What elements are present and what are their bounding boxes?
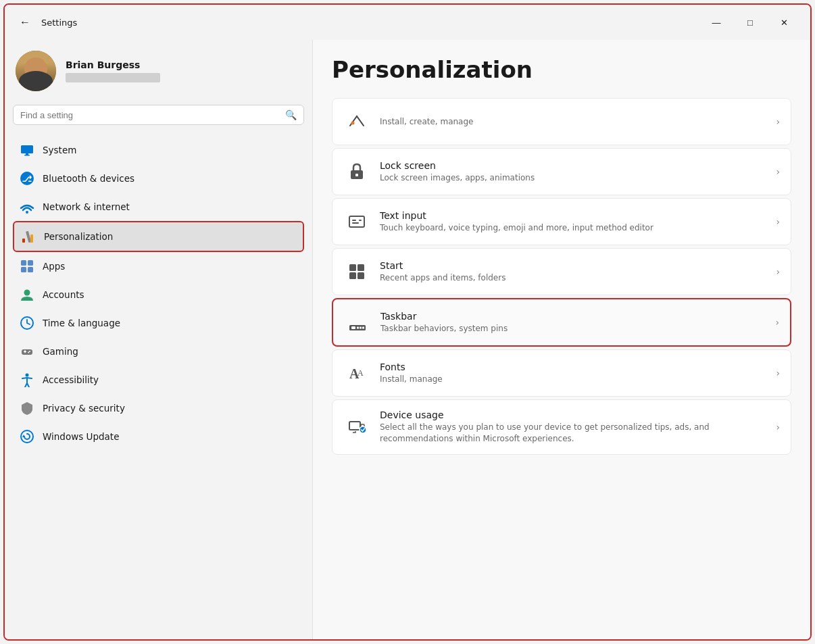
setting-desc-fonts: Install, manage — [380, 374, 776, 385]
setting-item-install[interactable]: Install, create, manage › — [332, 98, 791, 145]
setting-title-lockscreen: Lock screen — [380, 160, 776, 171]
fonts-icon: A A — [343, 360, 370, 387]
svg-rect-35 — [351, 326, 355, 329]
window-controls: — □ ✕ — [701, 11, 799, 33]
svg-rect-29 — [359, 220, 362, 221]
svg-point-13 — [24, 290, 30, 296]
svg-rect-26 — [349, 216, 364, 227]
sidebar-item-accessibility[interactable]: Accessibility — [13, 366, 304, 394]
avatar — [16, 51, 56, 91]
svg-rect-12 — [28, 267, 33, 272]
setting-item-lockscreen[interactable]: Lock screen Lock screen images, apps, an… — [332, 148, 791, 195]
sidebar-item-apps-label: Apps — [43, 261, 65, 272]
svg-point-18 — [29, 351, 30, 352]
search-box[interactable]: 🔍 — [13, 105, 304, 125]
apps-icon — [20, 259, 34, 274]
install-icon — [343, 108, 370, 135]
sidebar-item-system[interactable]: System — [13, 136, 304, 164]
svg-rect-38 — [362, 327, 364, 329]
sidebar-item-accounts-label: Accounts — [43, 289, 84, 300]
maximize-button[interactable]: □ — [735, 11, 766, 33]
setting-title-start: Start — [380, 260, 776, 271]
sidebar-item-gaming[interactable]: Gaming — [13, 337, 304, 366]
setting-desc-deviceusage: Select all the ways you plan to use your… — [380, 422, 776, 445]
svg-point-19 — [28, 352, 29, 353]
user-section[interactable]: Brian Burgess — [10, 40, 307, 105]
setting-text-fonts: Fonts Install, manage — [380, 362, 776, 385]
setting-desc-taskbar: Taskbar behaviors, system pins — [380, 323, 775, 335]
network-icon — [20, 199, 34, 214]
sidebar-item-time-label: Time & language — [43, 318, 120, 328]
search-icon: 🔍 — [285, 109, 297, 120]
svg-rect-37 — [360, 327, 362, 329]
setting-text-deviceusage: Device usage Select all the ways you pla… — [380, 410, 776, 445]
setting-text-textinput: Text input Touch keyboard, voice typing,… — [380, 210, 776, 234]
title-bar-left: ← Settings — [16, 13, 77, 32]
setting-arrow-taskbar: › — [775, 317, 779, 328]
settings-list: Install, create, manage › Lock scre — [332, 98, 791, 455]
minimize-button[interactable]: — — [701, 11, 732, 33]
bluetooth-icon: ⎇ — [20, 171, 34, 186]
setting-item-textinput[interactable]: Text input Touch keyboard, voice typing,… — [332, 198, 791, 245]
svg-rect-17 — [24, 350, 26, 353]
svg-point-20 — [26, 374, 29, 377]
sidebar-item-time[interactable]: Time & language — [13, 309, 304, 337]
sidebar-item-privacy[interactable]: Privacy & security — [13, 394, 304, 422]
svg-rect-27 — [352, 220, 356, 221]
sidebar-item-bluetooth[interactable]: ⎇ Bluetooth & devices — [13, 164, 304, 193]
setting-item-deviceusage[interactable]: Device usage Select all the ways you pla… — [332, 399, 791, 455]
sidebar-item-apps[interactable]: Apps — [13, 252, 304, 280]
sidebar-item-network-label: Network & internet — [43, 201, 130, 212]
setting-item-taskbar[interactable]: Taskbar Taskbar behaviors, system pins › — [332, 298, 791, 347]
setting-desc-lockscreen: Lock screen images, apps, animations — [380, 172, 776, 184]
search-input[interactable] — [20, 110, 280, 120]
setting-title-deviceusage: Device usage — [380, 410, 776, 420]
svg-rect-32 — [349, 272, 356, 279]
nav-list: System ⎇ Bluetooth & devices — [10, 136, 307, 451]
sidebar-item-personalization[interactable]: Personalization — [13, 221, 304, 252]
setting-arrow-install: › — [776, 116, 780, 127]
user-name: Brian Burgess — [66, 59, 160, 70]
svg-rect-2 — [26, 153, 28, 155]
svg-rect-9 — [21, 260, 26, 266]
lockscreen-icon — [343, 158, 370, 185]
sidebar-item-bluetooth-label: Bluetooth & devices — [43, 173, 134, 184]
page-title: Personalization — [332, 56, 791, 83]
svg-rect-36 — [357, 327, 359, 329]
close-button[interactable]: ✕ — [768, 11, 799, 33]
svg-point-43 — [360, 426, 366, 433]
title-bar: ← Settings — □ ✕ — [5, 5, 810, 40]
setting-item-start[interactable]: Start Recent apps and items, folders › — [332, 248, 791, 295]
accounts-icon — [20, 287, 34, 302]
setting-desc-start: Recent apps and items, folders — [380, 272, 776, 284]
sidebar-item-update[interactable]: Windows Update — [13, 422, 304, 451]
user-detail-bar — [66, 73, 160, 82]
main-content: Personalization Install, create, manage … — [313, 40, 810, 639]
setting-item-fonts[interactable]: A A Fonts Install, manage › — [332, 349, 791, 397]
setting-text-taskbar: Taskbar Taskbar behaviors, system pins — [380, 311, 775, 335]
privacy-icon — [20, 401, 34, 416]
svg-rect-31 — [357, 264, 364, 271]
sidebar-item-network[interactable]: Network & internet — [13, 193, 304, 221]
time-icon — [20, 316, 34, 330]
sidebar: Brian Burgess 🔍 — [5, 40, 313, 639]
setting-text-install: Install, create, manage — [380, 116, 776, 128]
accessibility-icon — [20, 372, 34, 387]
sidebar-item-accounts[interactable]: Accounts — [13, 280, 304, 309]
setting-arrow-lockscreen: › — [776, 166, 780, 177]
sidebar-item-accessibility-label: Accessibility — [43, 374, 99, 385]
setting-arrow-fonts: › — [776, 368, 780, 378]
back-button[interactable]: ← — [16, 13, 34, 32]
svg-rect-0 — [21, 145, 33, 153]
sidebar-item-update-label: Windows Update — [43, 431, 119, 442]
setting-arrow-start: › — [776, 266, 780, 277]
svg-rect-1 — [24, 155, 30, 156]
setting-desc-textinput: Touch keyboard, voice typing, emoji and … — [380, 222, 776, 234]
setting-desc-install: Install, create, manage — [380, 116, 776, 128]
svg-rect-10 — [28, 260, 33, 266]
window-title: Settings — [41, 18, 77, 28]
update-icon — [20, 429, 34, 444]
svg-rect-33 — [357, 272, 364, 279]
setting-title-textinput: Text input — [380, 210, 776, 221]
deviceusage-icon — [343, 414, 370, 441]
